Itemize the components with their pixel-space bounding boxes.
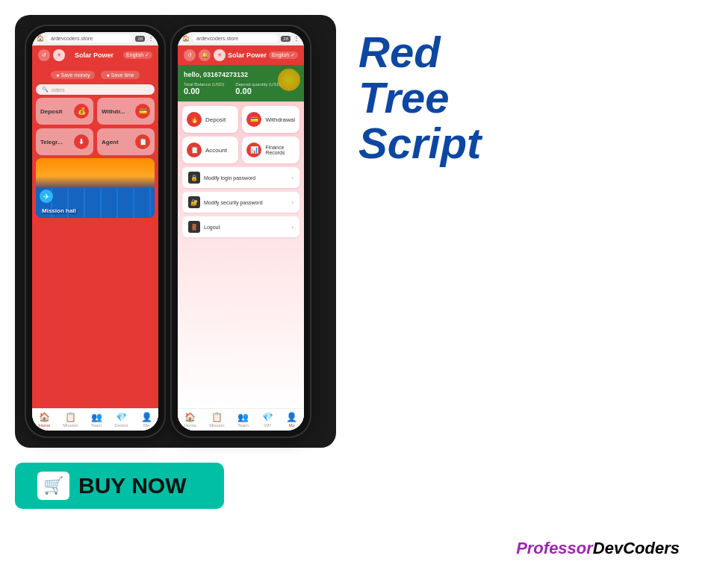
nav2-vip[interactable]: 💎 VIP xyxy=(262,412,273,428)
phone-1-app-header: ↺ ☀ Solar Power English ✓ xyxy=(32,46,158,65)
menu-security-label: Modify security password xyxy=(204,200,263,205)
save-money-badge: ● Save money xyxy=(51,71,95,79)
phone-2-browser-bar: 🏠 ardevcoders.store 28 ⋮ xyxy=(178,32,304,46)
nav2-team[interactable]: 👥 Team xyxy=(237,412,249,428)
headline: Red Tree Script xyxy=(358,30,680,166)
home-icon: 🏠 xyxy=(37,35,44,42)
deposit-value: 0.00 xyxy=(235,87,281,96)
mission-label: Mission hall xyxy=(42,207,76,214)
home-icon-2: 🏠 xyxy=(182,35,190,42)
telegram-button[interactable]: Telegr... ⬇ xyxy=(36,128,93,155)
menu-login-left: 🔒 Modify login password xyxy=(188,172,255,184)
menu-login-label: Modify login password xyxy=(204,175,255,181)
buy-now-button[interactable]: 🛒 BUY NOW xyxy=(15,463,224,509)
phone-1-action-grid: Deposit 💰 Withdr... 💳 Telegr... ⬇ xyxy=(36,98,155,155)
account-label: Account xyxy=(205,147,227,154)
mission-nav-icon: 📋 xyxy=(65,412,76,422)
menu-dots-2[interactable]: ⋮ xyxy=(293,35,299,42)
search-icon: 🔍 xyxy=(42,87,49,93)
solar-image: Mission hall ✈ xyxy=(36,158,155,218)
phone-1-lang[interactable]: English ✓ xyxy=(123,51,152,59)
tab-count-2: 28 xyxy=(281,36,291,42)
refresh-icon[interactable]: ↺ xyxy=(38,49,50,61)
mission-nav-label: Mission xyxy=(63,423,78,428)
withdraw-icon: 💳 xyxy=(135,104,150,119)
team-nav-icon-2: 👥 xyxy=(237,412,249,422)
chevron-icon-3: › xyxy=(291,224,293,231)
refresh-icon-2[interactable]: ↺ xyxy=(184,49,196,61)
me-nav-label-2: Me xyxy=(289,423,295,428)
phone-2: 🏠 ardevcoders.store 28 ⋮ ↺ 🔔 ☀ Solar Pow… xyxy=(172,26,310,437)
deposit-label-2: Deposit xyxy=(205,116,226,123)
agent-button[interactable]: Agent 📋 xyxy=(97,128,155,155)
me-nav-icon-2: 👤 xyxy=(286,412,297,422)
user-card: hello, 031674273132 Total Balance (USD) … xyxy=(178,65,304,101)
balance-value: 0.00 xyxy=(184,87,224,96)
account-icon: 📋 xyxy=(187,143,202,157)
menu-logout-left: 🚪 Logout xyxy=(188,221,220,233)
professor-brand: Professor xyxy=(516,539,593,557)
search-text: oders xyxy=(52,87,65,93)
phone-2-lang[interactable]: English ✓ xyxy=(269,51,298,59)
account-btn[interactable]: 📋 Account xyxy=(182,137,238,163)
buy-now-label: BUY NOW xyxy=(78,473,186,498)
withdrawal-label: Withdrawal xyxy=(265,116,295,123)
lock-icon: 🔒 xyxy=(188,172,200,184)
phone-1-url: ardevcoders.store xyxy=(47,34,132,43)
phone-1-app-title: Solar Power xyxy=(75,51,114,59)
cart-icon-wrapper: 🛒 xyxy=(37,472,69,500)
menu-security-left: 🔐 Modify security password xyxy=(188,196,263,208)
deposit-button[interactable]: Deposit 💰 xyxy=(36,98,93,125)
menu-logout-label: Logout xyxy=(204,225,220,230)
nav-me[interactable]: 👤 Me xyxy=(141,412,152,428)
coin-decoration xyxy=(278,69,300,91)
header-icons-left: ↺ ☀ xyxy=(38,49,65,61)
logout-icon: 🚪 xyxy=(188,221,200,233)
agent-icon: 📋 xyxy=(135,134,150,149)
logo-icon-2: ☀ xyxy=(214,49,226,61)
nav-team[interactable]: 👥 Team xyxy=(91,412,102,428)
menu-login-password[interactable]: 🔒 Modify login password › xyxy=(182,167,299,188)
phone-1-screen: 🏠 ardevcoders.store 28 ⋮ ↺ ☀ Solar Power… xyxy=(32,32,158,431)
home-nav-label-2: Home xyxy=(184,423,196,428)
home-nav-label: Home xyxy=(38,423,50,428)
me-nav-icon: 👤 xyxy=(141,412,152,422)
team-nav-label-2: Team xyxy=(237,423,249,428)
phone-1-content: ● Save money ● Save time 🔍 oders Deposit… xyxy=(32,65,158,408)
nav2-mission[interactable]: 📋 Mission xyxy=(209,412,224,428)
mission-nav-label-2: Mission xyxy=(209,423,224,428)
telegram-float-icon[interactable]: ✈ xyxy=(40,190,53,203)
nav-device[interactable]: 💎 Device xyxy=(114,412,128,428)
headline-line2: Tree xyxy=(358,75,680,121)
nav-mission[interactable]: 📋 Mission xyxy=(63,412,78,428)
phone-2-body: 🔥 Deposit 💳 Withdrawal 📋 Account xyxy=(178,101,304,408)
phone-1-bottom-nav: 🏠 Home 📋 Mission 👥 Team 💎 xyxy=(32,408,158,431)
phone-1: 🏠 ardevcoders.store 28 ⋮ ↺ ☀ Solar Power… xyxy=(26,26,164,437)
menu-dots[interactable]: ⋮ xyxy=(148,35,154,42)
chevron-icon-1: › xyxy=(291,175,293,181)
nav-home[interactable]: 🏠 Home xyxy=(38,412,50,428)
agent-label: Agent xyxy=(102,139,119,146)
finance-btn[interactable]: 📊 FinanceRecords xyxy=(242,137,299,163)
nav2-me[interactable]: 👤 Me xyxy=(286,412,297,428)
total-balance: Total Balance (USD) 0.00 xyxy=(184,82,224,96)
logo-icon: ☀ xyxy=(53,49,65,61)
headline-line1: Red xyxy=(358,30,680,75)
save-time-badge: ● Save time xyxy=(101,71,139,79)
search-bar[interactable]: 🔍 oders xyxy=(36,84,155,95)
phone-2-url: ardevcoders.store xyxy=(193,34,278,43)
phone-2-bottom-nav: 🏠 Home 📋 Mission 👥 Team 💎 xyxy=(178,408,304,431)
tab-count: 28 xyxy=(135,36,145,42)
phone-1-browser-bar: 🏠 ardevcoders.store 28 ⋮ xyxy=(32,32,158,46)
headline-line3: Script xyxy=(358,121,680,166)
deposit-btn-2[interactable]: 🔥 Deposit xyxy=(182,106,238,133)
withdrawal-btn[interactable]: 💳 Withdrawal xyxy=(242,106,299,133)
menu-logout[interactable]: 🚪 Logout › xyxy=(182,216,299,237)
withdraw-button[interactable]: Withdr... 💳 xyxy=(97,98,155,125)
notif-icon[interactable]: 🔔 xyxy=(199,49,211,61)
device-nav-icon: 💎 xyxy=(116,412,127,422)
menu-security-password[interactable]: 🔐 Modify security password › xyxy=(182,192,299,213)
device-nav-label: Device xyxy=(114,423,128,428)
deposit-icon: 💰 xyxy=(74,104,89,119)
nav2-home[interactable]: 🏠 Home xyxy=(184,412,196,428)
